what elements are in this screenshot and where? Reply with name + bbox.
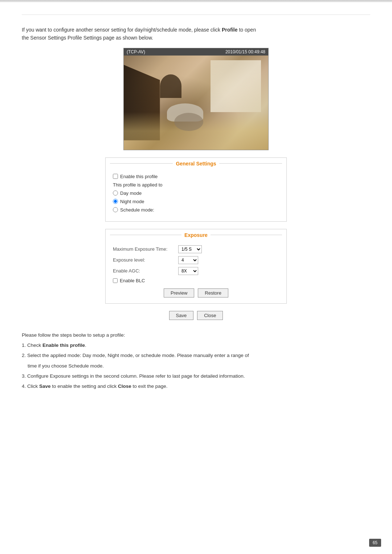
exposure-body: Maximum Exposure Time: 1/5 S 1/10 S 1/30… (106, 241, 286, 303)
day-mode-row: Day mode (113, 190, 279, 196)
intro-profile-bold: Profile (222, 27, 238, 33)
agc-select[interactable]: 2X 4X 8X 16X (178, 267, 198, 275)
night-mode-radio[interactable] (113, 199, 118, 204)
instructions-step3: 3. Configure Exposure settings in the se… (22, 372, 370, 381)
intro-text-1: If you want to configure another sensor … (22, 27, 222, 33)
instructions-section: Please follow the steps beolw to setup a… (22, 331, 370, 391)
camera-frame: (TCP-AV) 2010/01/15 00:49:48 (123, 48, 269, 150)
agc-row: Enable AGC: 2X 4X 8X 16X (113, 267, 279, 275)
intro-paragraph: If you want to configure another sensor … (22, 26, 370, 42)
camera-timestamp: 2010/01/15 00:49:48 (225, 49, 265, 54)
night-mode-label[interactable]: Night mode (120, 199, 144, 204)
rug-visual (174, 113, 203, 131)
day-mode-radio[interactable] (113, 190, 118, 196)
agc-control: 2X 4X 8X 16X (178, 267, 198, 275)
instructions-step1: 1. Check Enable this profile. (22, 341, 370, 350)
header-line-left (110, 163, 173, 164)
intro-text-2: to open (238, 27, 256, 33)
exposure-panel: Exposure Maximum Exposure Time: 1/5 S 1/… (105, 229, 287, 304)
save-close-row: Save Close (22, 311, 370, 320)
exposure-title: Exposure (181, 232, 211, 238)
exposure-header: Exposure (106, 229, 286, 241)
enable-profile-checkbox[interactable] (113, 174, 118, 179)
instructions-step2b: time if you choose Schedule mode. (22, 362, 370, 370)
exposure-level-select[interactable]: 1 2 3 4 5 (178, 256, 198, 264)
restore-button[interactable]: Restore (198, 288, 228, 297)
blc-checkbox[interactable] (113, 278, 118, 283)
intro-text-3: the Sensor Settings Profile Settings pag… (22, 35, 153, 41)
preview-restore-row: Preview Restore (113, 288, 279, 297)
day-mode-label[interactable]: Day mode (120, 190, 142, 196)
blc-label[interactable]: Enable BLC (120, 278, 145, 283)
top-bar (0, 0, 392, 2)
camera-image (124, 56, 268, 150)
schedule-mode-row: Schedule mode: (113, 207, 279, 213)
general-settings-panel: General Settings Enable this profile Thi… (105, 157, 287, 222)
enable-profile-row: Enable this profile (113, 174, 279, 179)
agc-label: Enable AGC: (113, 268, 178, 274)
fireplace-visual (160, 74, 182, 98)
exposure-header-line-left (110, 235, 181, 235)
exposure-header-line-right (211, 235, 282, 235)
top-divider (22, 15, 370, 15)
general-settings-body: Enable this profile This profile is appl… (106, 169, 286, 221)
save-button[interactable]: Save (169, 311, 194, 320)
applied-to-label: This profile is applied to (113, 182, 279, 188)
preview-button[interactable]: Preview (164, 288, 194, 297)
max-exposure-select[interactable]: 1/5 S 1/10 S 1/30 S 1/60 S (178, 245, 202, 253)
camera-protocol: (TCP-AV) (127, 49, 145, 54)
general-settings-title: General Settings (173, 161, 219, 167)
max-exposure-label: Maximum Exposure Time: (113, 246, 178, 252)
general-settings-header: General Settings (106, 158, 286, 169)
camera-header: (TCP-AV) 2010/01/15 00:49:48 (124, 48, 268, 56)
exposure-level-label: Exposure level: (113, 257, 178, 263)
enable-profile-label[interactable]: Enable this profile (120, 174, 158, 179)
blc-row: Enable BLC (113, 278, 279, 283)
exposure-level-row: Exposure level: 1 2 3 4 5 (113, 256, 279, 264)
night-mode-row: Night mode (113, 199, 279, 204)
max-exposure-row: Maximum Exposure Time: 1/5 S 1/10 S 1/30… (113, 245, 279, 253)
instructions-step2: 2. Select the applied mode: Day mode, Ni… (22, 351, 370, 360)
exposure-level-control: 1 2 3 4 5 (178, 256, 198, 264)
header-line-right (219, 163, 282, 164)
window-visual (211, 60, 261, 112)
schedule-mode-radio[interactable] (113, 207, 118, 212)
close-button[interactable]: Close (197, 311, 223, 320)
max-exposure-control: 1/5 S 1/10 S 1/30 S 1/60 S (178, 245, 202, 253)
instructions-intro: Please follow the steps beolw to setup a… (22, 331, 370, 340)
page-number: 65 (369, 539, 381, 547)
instructions-step4: 4. Click Save to enable the setting and … (22, 382, 370, 391)
schedule-mode-label[interactable]: Schedule mode: (120, 207, 154, 213)
